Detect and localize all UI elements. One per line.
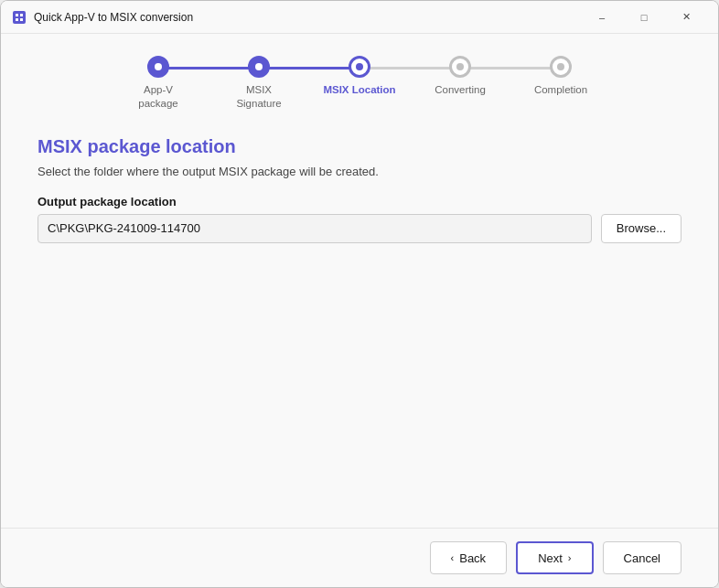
back-button[interactable]: ‹ Back	[430, 541, 508, 574]
page-title: MSIX package location	[38, 136, 681, 157]
step-label-appv: App-Vpackage	[138, 83, 177, 111]
stepper: App-Vpackage MSIXSignature MSIX Location…	[38, 56, 681, 111]
app-window: Quick App-V to MSIX conversion – □ ✕ App…	[0, 0, 719, 588]
step-msix-signature: MSIXSignature	[209, 56, 309, 111]
step-circle-signature	[248, 56, 270, 78]
step-converting: Converting	[410, 56, 510, 97]
step-appv-package: App-Vpackage	[108, 56, 209, 111]
next-label: Next	[538, 551, 563, 565]
minimize-button[interactable]: –	[581, 4, 623, 31]
step-circle-location	[349, 56, 370, 78]
step-label-completion: Completion	[534, 83, 587, 97]
svg-rect-1	[16, 14, 18, 16]
step-completion: Completion	[510, 56, 611, 97]
input-row: Browse...	[38, 214, 681, 243]
cancel-button[interactable]: Cancel	[603, 541, 681, 574]
step-msix-location: MSIX Location	[309, 56, 410, 97]
back-chevron-icon: ‹	[451, 552, 455, 563]
title-bar: Quick App-V to MSIX conversion – □ ✕	[1, 1, 718, 34]
back-label: Back	[459, 551, 486, 565]
page-description: Select the folder where the output MSIX …	[38, 165, 681, 178]
path-input[interactable]	[38, 214, 592, 243]
step-label-location: MSIX Location	[323, 83, 395, 97]
svg-rect-3	[20, 14, 23, 16]
close-button[interactable]: ✕	[665, 4, 707, 31]
main-content: App-Vpackage MSIXSignature MSIX Location…	[1, 34, 718, 528]
window-controls: – □ ✕	[581, 4, 707, 31]
next-chevron-icon: ›	[568, 552, 572, 563]
step-circle-converting	[449, 56, 471, 78]
footer: ‹ Back Next › Cancel	[1, 528, 718, 587]
step-circle-appv	[147, 56, 169, 78]
next-button[interactable]: Next ›	[516, 541, 593, 574]
step-label-signature: MSIXSignature	[236, 83, 281, 111]
maximize-button[interactable]: □	[623, 4, 665, 31]
browse-button[interactable]: Browse...	[601, 214, 681, 243]
field-label: Output package location	[38, 195, 681, 208]
svg-rect-2	[16, 18, 18, 21]
app-icon	[12, 10, 27, 25]
window-title: Quick App-V to MSIX conversion	[34, 11, 581, 24]
step-circle-completion	[550, 56, 572, 78]
step-label-converting: Converting	[435, 83, 486, 97]
svg-rect-0	[13, 11, 26, 24]
svg-rect-4	[20, 18, 23, 21]
